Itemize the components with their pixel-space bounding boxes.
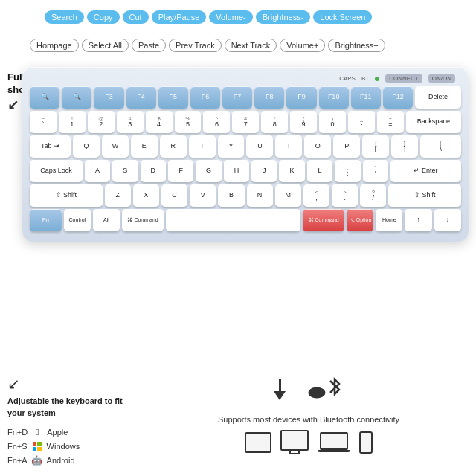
key-backspace[interactable]: Backspace <box>406 111 461 133</box>
pill-brightness-plus[interactable]: Brightness+ <box>328 39 385 52</box>
key-space[interactable] <box>166 209 300 231</box>
key-e[interactable]: E <box>131 135 158 158</box>
key-n[interactable]: N <box>247 184 273 207</box>
key-alt[interactable]: Alt <box>93 209 120 231</box>
key-shift-left[interactable]: ⇧ Shift <box>30 184 103 207</box>
pill-brightness-minus[interactable]: Brightness- <box>256 10 311 24</box>
key-3[interactable]: #3 <box>117 111 144 133</box>
key-x[interactable]: X <box>133 184 159 207</box>
key-8[interactable]: *8 <box>261 111 288 133</box>
onoff-btn[interactable]: ON/ON <box>428 74 455 83</box>
key-f4[interactable]: F4 <box>126 86 156 109</box>
key-command-right[interactable]: ⌘ Command <box>303 209 344 231</box>
key-y[interactable]: Y <box>218 135 245 158</box>
key-7[interactable]: &7 <box>232 111 259 133</box>
shortcut-apple-item: Fn+D  Apple <box>7 426 141 438</box>
key-1[interactable]: !1 <box>59 111 86 133</box>
key-f12[interactable]: F12 <box>383 86 413 109</box>
key-f1[interactable]: 🔍 <box>30 86 60 109</box>
bt-label: BT <box>361 75 369 82</box>
shortcut-apple-key: Fn+D <box>7 428 28 437</box>
key-semicolon[interactable]: :; <box>335 160 360 182</box>
key-fn[interactable]: Fn <box>30 209 62 231</box>
key-f8[interactable]: F8 <box>254 86 284 109</box>
key-f2[interactable]: 🔍 <box>62 86 91 109</box>
key-arrow-up[interactable]: ↑ <box>405 209 431 231</box>
key-tab[interactable]: Tab ⇥ <box>30 135 71 158</box>
key-quote[interactable]: "' <box>363 160 388 182</box>
key-j[interactable]: J <box>251 160 277 182</box>
key-l[interactable]: L <box>307 160 332 182</box>
key-k[interactable]: K <box>279 160 304 182</box>
key-g[interactable]: G <box>196 160 221 182</box>
key-option-right[interactable]: ⌥ Option <box>347 209 373 231</box>
key-arrow-down[interactable]: ↓ <box>434 209 461 231</box>
pill-volume-plus[interactable]: Volume+ <box>280 39 325 52</box>
key-9[interactable]: (9 <box>290 111 317 133</box>
key-i[interactable]: I <box>275 135 302 158</box>
pill-homepage[interactable]: Hompage <box>30 39 79 52</box>
qwerty-row: Tab ⇥ Q W E R T Y U I O P {[ }] |\ <box>30 135 461 158</box>
key-c[interactable]: C <box>161 184 187 207</box>
key-2[interactable]: @2 <box>88 111 115 133</box>
pill-cut[interactable]: Cut <box>123 10 149 24</box>
pill-nexttrack[interactable]: Next Track <box>225 39 277 52</box>
key-a[interactable]: A <box>85 160 110 182</box>
key-t[interactable]: T <box>189 135 216 158</box>
connect-btn[interactable]: CONNECT <box>385 74 422 83</box>
key-f6[interactable]: F6 <box>190 86 220 109</box>
key-o[interactable]: O <box>304 135 331 158</box>
key-f5[interactable]: F5 <box>158 86 188 109</box>
key-f3[interactable]: F3 <box>94 86 123 109</box>
bottom-row: Fn Control Alt ⌘ Command ⌘ Command ⌥ Opt… <box>30 209 461 231</box>
pill-volume-minus[interactable]: Volume- <box>209 10 252 24</box>
key-0[interactable]: )0 <box>319 111 346 133</box>
key-4[interactable]: $4 <box>146 111 173 133</box>
pill-copy[interactable]: Copy <box>87 10 120 24</box>
shortcut-windows-label: Windows <box>47 442 80 451</box>
pill-paste[interactable]: Paste <box>132 39 166 52</box>
key-capslock[interactable]: Caps Lock <box>30 160 83 182</box>
key-delete[interactable]: Delete <box>415 86 461 109</box>
key-h[interactable]: H <box>224 160 249 182</box>
key-f[interactable]: F <box>168 160 193 182</box>
pill-selectall[interactable]: Select All <box>82 39 129 52</box>
key-minus[interactable]: _- <box>348 111 375 133</box>
key-d[interactable]: D <box>141 160 166 182</box>
key-shift-right[interactable]: ⇧ Shift <box>388 184 461 207</box>
key-f10[interactable]: F10 <box>319 86 349 109</box>
key-r[interactable]: R <box>160 135 187 158</box>
key-slash[interactable]: ?/ <box>360 184 386 207</box>
key-q[interactable]: Q <box>73 135 100 158</box>
key-rbracket[interactable]: }] <box>391 135 418 158</box>
key-u[interactable]: U <box>246 135 273 158</box>
key-home[interactable]: Home <box>376 209 402 231</box>
key-s[interactable]: S <box>112 160 138 182</box>
key-command-left[interactable]: ⌘ Command <box>122 209 164 231</box>
key-enter[interactable]: ↵ Enter <box>390 160 461 182</box>
key-b[interactable]: B <box>218 184 244 207</box>
key-period[interactable]: >. <box>332 184 358 207</box>
key-f9[interactable]: F9 <box>286 86 316 109</box>
key-backslash[interactable]: |\ <box>420 135 461 158</box>
key-6[interactable]: ^6 <box>203 111 230 133</box>
key-f11[interactable]: F11 <box>351 86 381 109</box>
key-w[interactable]: W <box>102 135 129 158</box>
key-f7[interactable]: F7 <box>222 86 252 109</box>
pill-playpause[interactable]: Play/Pause <box>152 10 207 24</box>
key-equals[interactable]: += <box>377 111 404 133</box>
key-tilde[interactable]: ~` <box>30 111 57 133</box>
key-p[interactable]: P <box>333 135 360 158</box>
key-control[interactable]: Control <box>64 209 91 231</box>
key-m[interactable]: M <box>275 184 301 207</box>
bottom-section: ↙ Adjustable the keyboard to fit your sy… <box>7 375 469 469</box>
pill-lockscreen[interactable]: Lock Screen <box>313 10 372 24</box>
key-z[interactable]: Z <box>105 184 131 207</box>
arrow-down-container <box>274 379 286 400</box>
pill-search[interactable]: Search <box>45 10 84 24</box>
key-lbracket[interactable]: {[ <box>362 135 389 158</box>
key-5[interactable]: %5 <box>175 111 202 133</box>
key-comma[interactable]: <, <box>303 184 329 207</box>
key-v[interactable]: V <box>190 184 216 207</box>
pill-prevtrack[interactable]: Prev Track <box>169 39 222 52</box>
